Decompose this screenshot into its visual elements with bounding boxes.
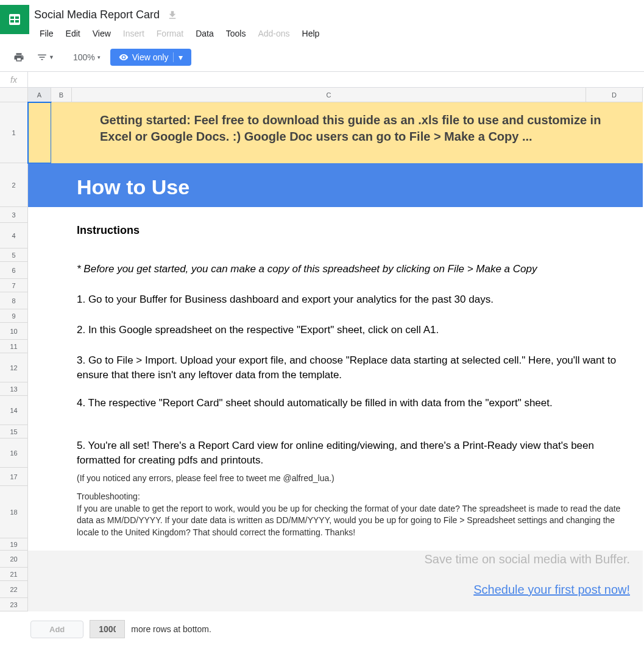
menu-help[interactable]: Help (297, 26, 325, 41)
filter-button[interactable]: ▼ (33, 48, 58, 66)
row-header[interactable]: 1 (0, 102, 28, 163)
table-row[interactable] (28, 340, 644, 353)
instruction-text: (If you noticed any errors, please feel … (28, 468, 642, 485)
row-header[interactable]: 18 (0, 486, 28, 538)
cell-A1[interactable] (28, 102, 51, 163)
toolbar: ▼ 100% ▾ View only ▾ (0, 43, 644, 72)
table-row[interactable]: 3. Go to File > Import. Upload your expo… (28, 353, 644, 382)
instruction-text: * Before you get started, you can make a… (28, 262, 642, 276)
cell-merged[interactable]: How to Use (28, 163, 643, 207)
table-row[interactable] (28, 598, 644, 611)
sheets-icon (7, 12, 22, 27)
row-header[interactable]: 13 (0, 382, 28, 396)
table-row[interactable]: (If you noticed any errors, please feel … (28, 468, 644, 486)
table-row: Getting started: Feel free to download t… (28, 102, 644, 163)
menu-file[interactable]: File (34, 26, 59, 41)
table-row[interactable]: Schedule your first post now! (28, 581, 644, 598)
instruction-text: 4. The respective "Report Card" sheet sh… (28, 396, 642, 410)
print-button[interactable] (10, 48, 28, 66)
chevron-down-icon: ▾ (173, 52, 183, 62)
row-header[interactable]: 20 (0, 551, 28, 568)
row-header[interactable]: 4 (0, 223, 28, 248)
filter-icon (37, 52, 48, 63)
table-row[interactable]: 2. In this Google spreadsheet on the res… (28, 323, 644, 340)
drive-icon[interactable] (167, 10, 178, 23)
formula-input[interactable] (28, 72, 644, 87)
add-rows-bar: Add more rows at bottom. (0, 611, 644, 647)
table-row: How to Use (28, 163, 644, 207)
col-header[interactable]: B (51, 88, 72, 102)
table-row[interactable] (28, 568, 644, 581)
table-row[interactable]: * Before you get started, you can make a… (28, 262, 644, 279)
row-header[interactable]: 17 (0, 468, 28, 486)
row-header[interactable]: 21 (0, 568, 28, 581)
chevron-down-icon: ▾ (97, 54, 101, 60)
app-header: Social Media Report Card File Edit View … (0, 0, 644, 41)
menu-edit[interactable]: Edit (60, 26, 86, 41)
spreadsheet-grid: 1 2 3 4 5 6 7 8 9 10 11 12 13 14 15 16 1… (0, 88, 644, 611)
zoom-select[interactable]: 100% ▾ (68, 50, 105, 65)
doc-title[interactable]: Social Media Report Card (34, 7, 160, 23)
sheets-logo[interactable] (0, 5, 29, 34)
rows-label: more rows at bottom. (131, 624, 211, 634)
add-rows-button[interactable]: Add (30, 621, 83, 638)
menu-format: Format (151, 26, 189, 41)
table-row[interactable] (28, 309, 644, 323)
menu-bar: File Edit View Insert Format Data Tools … (34, 26, 644, 41)
table-row[interactable] (28, 248, 644, 262)
zoom-value: 100% (73, 52, 95, 62)
row-header[interactable]: 12 (0, 353, 28, 382)
menu-tools[interactable]: Tools (221, 26, 252, 41)
row-header[interactable]: 15 (0, 425, 28, 438)
row-header[interactable]: 6 (0, 262, 28, 279)
table-row[interactable] (28, 425, 644, 438)
instruction-text: 3. Go to File > Import. Upload your expo… (28, 353, 642, 382)
table-row[interactable] (28, 538, 644, 551)
cell-merged[interactable]: Getting started: Feel free to download t… (51, 102, 643, 163)
table-row[interactable] (28, 279, 644, 292)
menu-view[interactable]: View (87, 26, 116, 41)
row-header[interactable]: 16 (0, 438, 28, 468)
instructions-heading: Instructions (28, 223, 642, 238)
table-row[interactable]: 5. You're all set! There's a Report Card… (28, 438, 644, 468)
col-header[interactable]: D (586, 88, 643, 102)
instruction-text: 1. Go to your Buffer for Business dashbo… (28, 292, 642, 307)
row-header[interactable]: 7 (0, 279, 28, 292)
schedule-link[interactable]: Schedule your first post now! (28, 581, 642, 598)
table-row[interactable]: 1. Go to your Buffer for Business dashbo… (28, 292, 644, 309)
fx-label: fx (0, 72, 28, 88)
footer-text: Save time on social media with Buffer. (28, 551, 642, 568)
table-row[interactable]: Save time on social media with Buffer. (28, 551, 644, 568)
col-headers: A B C D (28, 88, 644, 102)
row-header[interactable]: 14 (0, 396, 28, 425)
formula-bar: fx (0, 72, 644, 88)
row-header[interactable]: 9 (0, 309, 28, 323)
table-row[interactable]: Instructions (28, 223, 644, 248)
select-all-corner[interactable] (0, 88, 28, 102)
row-header[interactable]: 2 (0, 163, 28, 207)
eye-icon (119, 52, 129, 62)
howto-heading: How to Use (28, 163, 642, 211)
table-row[interactable] (28, 207, 644, 223)
col-header[interactable]: A (28, 88, 51, 102)
view-only-button[interactable]: View only ▾ (110, 49, 192, 66)
row-header[interactable]: 23 (0, 598, 28, 611)
col-header[interactable]: C (72, 88, 586, 102)
menu-data[interactable]: Data (190, 26, 219, 41)
instruction-text: 5. You're all set! There's a Report Card… (28, 438, 642, 468)
rows-count-input[interactable] (90, 620, 125, 638)
row-header[interactable]: 5 (0, 248, 28, 262)
row-header[interactable]: 3 (0, 207, 28, 223)
row-header[interactable]: 11 (0, 340, 28, 353)
table-row[interactable] (28, 382, 644, 396)
row-header[interactable]: 22 (0, 581, 28, 598)
grid-body: A B C D Getting started: Feel free to do… (28, 88, 644, 611)
view-only-label: View only (132, 52, 169, 62)
row-header[interactable]: 10 (0, 323, 28, 340)
row-header[interactable]: 8 (0, 292, 28, 309)
menu-insert: Insert (118, 26, 150, 41)
instruction-text: 2. In this Google spreadsheet on the res… (28, 323, 642, 337)
table-row[interactable]: 4. The respective "Report Card" sheet sh… (28, 396, 644, 425)
row-header[interactable]: 19 (0, 538, 28, 551)
table-row[interactable]: Troubleshooting: If you are unable to ge… (28, 486, 644, 538)
